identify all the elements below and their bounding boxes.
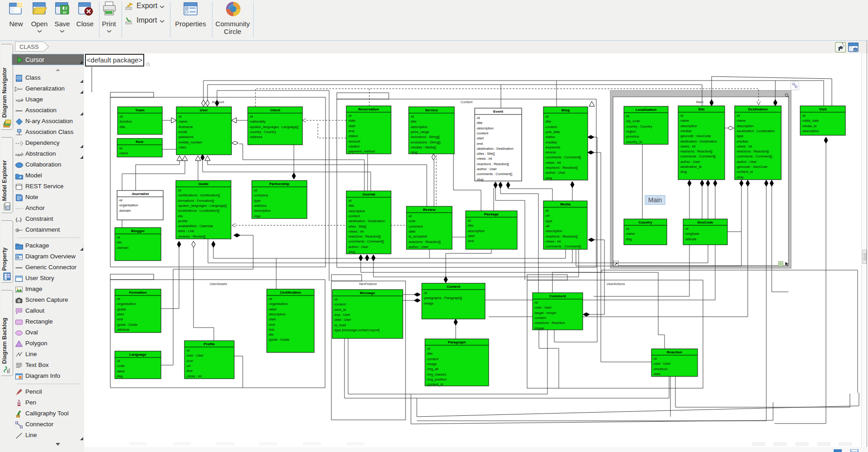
svg-text:Journal: Journal xyxy=(362,192,375,196)
svg-text:-medias: -medias xyxy=(736,139,748,143)
svg-text:-geocode : GeoCode: -geocode : GeoCode xyxy=(736,165,768,169)
svg-text:Certification: Certification xyxy=(280,290,301,295)
svg-text:-latitude: -latitude xyxy=(684,237,697,241)
svg-text:-organisation: -organisation xyxy=(116,302,136,306)
svg-text:{..}: {..} xyxy=(16,217,22,222)
svg-text:-content: -content xyxy=(426,357,439,361)
svg-text:-slug: -slug xyxy=(679,170,687,174)
svg-text:-description: -description xyxy=(545,229,562,233)
svg-text:-content_id: -content_id xyxy=(736,170,753,174)
svg-text:-id: -id xyxy=(119,114,123,119)
svg-text:-slug: -slug xyxy=(545,176,552,180)
svg-text:Reaction: Reaction xyxy=(667,350,682,354)
svg-text:-paragraphs : Paragraph[]: -paragraphs : Paragraph[] xyxy=(423,296,462,300)
svg-text:-description: -description xyxy=(736,124,754,128)
svg-text:Reservation: Reservation xyxy=(359,107,379,111)
svg-text:-end: -end xyxy=(348,129,354,133)
svg-text:-organisation: -organisation xyxy=(118,203,138,207)
svg-text:-medias: -medias xyxy=(545,140,557,144)
svg-text:-region: -region xyxy=(625,129,636,133)
svg-text:Journalist: Journalist xyxy=(132,192,149,196)
svg-text:-flag: -flag xyxy=(116,374,123,378)
svg-text:-pub_date: -pub_date xyxy=(545,130,560,134)
svg-text:-title: -title xyxy=(426,352,433,356)
svg-text:-id: -id xyxy=(534,300,538,305)
svg-text:-img_position: -img_position xyxy=(426,377,447,381)
svg-text:Content: Content xyxy=(447,285,461,289)
svg-text:Main: Main xyxy=(696,100,703,104)
svg-text:-views : int: -views : int xyxy=(348,229,364,233)
svg-text:-is_accepted: -is_accepted xyxy=(408,234,427,238)
svg-text:-reactions : Reaction[]: -reactions : Reaction[] xyxy=(408,240,441,244)
svg-text:-comment: -comment xyxy=(408,224,423,228)
svg-text:-spoken_languages : Language[]: -spoken_languages : Language[] xyxy=(177,204,226,208)
svg-text:Event: Event xyxy=(493,109,503,114)
svg-text:-name: -name xyxy=(118,151,128,155)
svg-text:-province: -province xyxy=(625,134,639,138)
svg-text:-id: -id xyxy=(348,114,351,118)
svg-text:-payment_method: -payment_method xyxy=(348,149,375,153)
svg-text:-id: -id xyxy=(467,219,471,223)
svg-text:-date: -date xyxy=(408,229,415,233)
svg-text:-end: -end xyxy=(116,317,123,321)
svg-text:-clicks : int: -clicks : int xyxy=(186,374,202,378)
svg-text:-id: -id xyxy=(348,199,351,203)
svg-text:-nationality: -nationality xyxy=(249,119,266,124)
svg-text:Package: Package xyxy=(484,212,499,216)
svg-text:-destination : Destination: -destination : Destination xyxy=(679,139,717,143)
svg-text:-domain: -domain xyxy=(118,209,131,213)
svg-text:-id: -id xyxy=(410,114,414,119)
svg-text:-availabilities : Calendar: -availabilities : Calendar xyxy=(177,224,213,228)
svg-text:-title: -title xyxy=(545,119,551,124)
svg-text:-id: -id xyxy=(684,227,688,231)
svg-text:-source: -source xyxy=(545,150,556,154)
svg-text:-exp : User: -exp : User xyxy=(334,313,350,317)
svg-text:-end: -end xyxy=(476,142,483,146)
svg-text:-description: -description xyxy=(268,312,286,316)
svg-text:-logo: -logo xyxy=(253,214,261,218)
svg-text:-content: -content xyxy=(545,125,557,129)
svg-text:-content: -content xyxy=(534,316,547,320)
svg-text:-spoken_languages : Language[]: -spoken_languages : Language[] xyxy=(249,125,298,129)
svg-text:-id: -id xyxy=(268,297,272,301)
svg-text:-id: -id xyxy=(426,347,430,351)
svg-text:-id: -id xyxy=(177,188,181,192)
svg-text:-views : int: -views : int xyxy=(476,157,492,161)
svg-text:-email: -email xyxy=(178,130,187,134)
svg-text:-img_classes: -img_classes xyxy=(426,372,446,376)
svg-text:-img_alt: -img_alt xyxy=(426,367,439,371)
svg-text:Message: Message xyxy=(360,291,375,295)
svg-text:-target : morph: -target : morph xyxy=(534,311,556,315)
svg-text:User: User xyxy=(200,108,208,112)
svg-text:-keywords: -keywords xyxy=(545,145,560,149)
svg-text:-author : User: -author : User xyxy=(476,167,497,171)
svg-text:Country: Country xyxy=(638,220,652,224)
svg-text:Comment: Comment xyxy=(549,294,566,298)
svg-text:-end: -end xyxy=(268,323,275,327)
svg-text:-roles: -roles xyxy=(178,145,186,149)
svg-text:-id: -id xyxy=(679,114,683,118)
svg-text:-description: -description xyxy=(802,129,819,133)
svg-text:Partnership: Partnership xyxy=(269,182,290,186)
svg-text:-function: -function xyxy=(119,119,132,124)
svg-text:-name: -name xyxy=(625,232,635,236)
svg-text:-user : User: -user : User xyxy=(186,353,204,357)
svg-text:-id: -id xyxy=(545,114,548,119)
svg-text:-id: -id xyxy=(802,114,805,118)
svg-text:-name: -name xyxy=(679,119,689,123)
svg-text:-name: -name xyxy=(736,119,745,123)
svg-text:-address: -address xyxy=(249,135,262,139)
svg-text:-description: -description xyxy=(467,229,485,233)
svg-text:-organisation: -organisation xyxy=(268,302,288,306)
svg-text:-author : User: -author : User xyxy=(348,245,368,249)
svg-text:-media_id: -media_id xyxy=(802,124,816,128)
svg-text:-id: -id xyxy=(116,297,120,301)
svg-text:GeoCode: GeoCode xyxy=(697,220,713,224)
svg-text:-country_id: -country_id xyxy=(625,140,642,144)
svg-text:-localization : Localization: -localization : Localization xyxy=(736,129,774,133)
svg-text:-note: -note xyxy=(408,219,415,223)
svg-text:-country : Country: -country : Country xyxy=(625,124,652,128)
svg-text:-reactions : Reaction[]: -reactions : Reaction[] xyxy=(679,149,712,153)
svg-text:-author : User: -author : User xyxy=(679,160,700,164)
svg-text:-user : User: -user : User xyxy=(653,362,671,366)
